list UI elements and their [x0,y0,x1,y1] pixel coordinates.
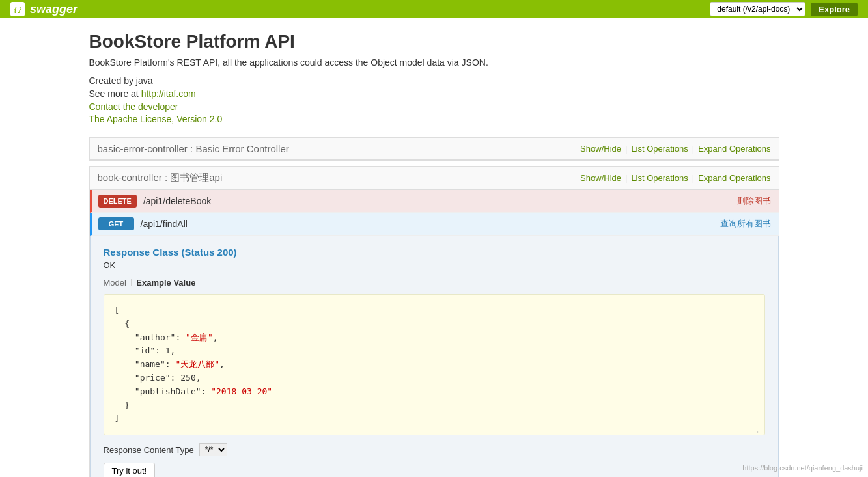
api-title: BookStore Platform API [89,31,779,52]
api-contact-link[interactable]: Contact the developer [89,102,779,112]
book-controller-section: book-controller : 图书管理api Show/Hide | Li… [89,166,779,477]
response-content-type-label: Response Content Type [104,445,194,455]
delete-operation-row: DELETE /api1/deleteBook 删除图书 [90,190,779,213]
response-status: OK [104,260,765,270]
content-type-select[interactable]: */* [199,443,227,456]
basic-error-expand-ops[interactable]: Expand Operations [698,144,770,154]
api-url-select[interactable]: default (/v2/api-docs) [710,2,805,16]
basic-error-controller-actions: Show/Hide | List Operations | Expand Ope… [580,144,770,154]
topbar-right: default (/v2/api-docs) Explore [710,2,858,16]
get-operation-path: /api1/findAll [141,213,712,234]
api-created-by: Created by java [89,75,779,86]
get-operation-summary: 查询所有图书 [712,213,779,235]
explore-button[interactable]: Explore [811,3,858,16]
book-controller-name: book-controller : 图书管理api [98,172,223,184]
delete-method-badge[interactable]: DELETE [98,195,137,208]
book-controller-header: book-controller : 图书管理api Show/Hide | Li… [90,167,779,190]
book-controller-actions: Show/Hide | List Operations | Expand Ope… [580,173,770,183]
get-expanded-panel: Response Class (Status 200) OK Model | E… [90,236,779,477]
get-method-badge[interactable]: GET [98,217,134,230]
delete-operation-summary: 删除图书 [729,190,779,212]
example-value-box: [ { "author": "金庸", "id": 1, "name": "天龙… [104,294,765,435]
basic-error-controller-header: basic-error-controller : Basic Error Con… [90,138,779,160]
try-it-button[interactable]: Try it out! [104,463,156,477]
response-content-type-row: Response Content Type */* [104,443,765,456]
api-description: BookStore Platform's REST API, all the a… [89,57,779,68]
resize-handle[interactable]: ⌟ [755,426,763,433]
book-list-ops[interactable]: List Operations [631,173,688,183]
book-expand-ops[interactable]: Expand Operations [698,173,770,183]
watermark: https://blog.csdn.net/qianfeng_dashuji [742,464,863,472]
topbar-logo-text: swagger [30,3,77,16]
api-see-more: See more at http://itaf.com [89,89,779,99]
model-tab[interactable]: Model [104,277,126,289]
delete-operation-path: /api1/deleteBook [143,191,729,211]
api-license-link[interactable]: The Apache License, Version 2.0 [89,114,779,124]
topbar: { } swagger default (/v2/api-docs) Explo… [0,0,868,18]
get-operation-row: GET /api1/findAll 查询所有图书 [90,213,779,236]
basic-error-show-hide[interactable]: Show/Hide [580,144,621,154]
api-see-more-link[interactable]: http://itaf.com [141,89,196,99]
basic-error-controller-section: basic-error-controller : Basic Error Con… [89,137,779,161]
basic-error-list-ops[interactable]: List Operations [631,144,688,154]
example-value-tab[interactable]: Example Value [136,277,195,289]
swagger-icon: { } [10,2,25,16]
topbar-logo: { } swagger [10,2,77,16]
basic-error-controller-name: basic-error-controller : Basic Error Con… [98,143,289,154]
response-class-title: Response Class (Status 200) [104,247,765,258]
book-show-hide[interactable]: Show/Hide [580,173,621,183]
model-tabs: Model | Example Value [104,277,765,289]
main-content: BookStore Platform API BookStore Platfor… [76,18,792,477]
